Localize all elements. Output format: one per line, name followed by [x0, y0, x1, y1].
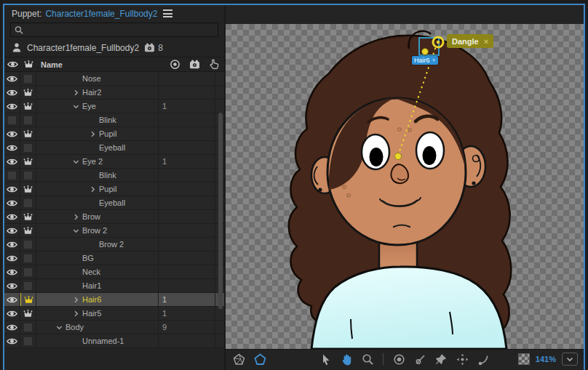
visibility-toggle[interactable] — [4, 141, 20, 154]
select-tool[interactable] — [318, 352, 333, 366]
record-handle-tool[interactable] — [392, 352, 406, 366]
zoom-level-value[interactable]: 141% — [536, 355, 556, 363]
crown-toggle[interactable] — [20, 321, 36, 334]
visibility-toggle[interactable] — [4, 155, 20, 168]
crown-toggle[interactable] — [20, 182, 36, 196]
layer-row[interactable]: BG — [4, 252, 224, 265]
crown-toggle[interactable] — [20, 238, 36, 251]
record-column-icon[interactable] — [170, 59, 180, 70]
visibility-toggle[interactable] — [4, 321, 20, 334]
layer-row[interactable]: Hair1 — [4, 279, 224, 293]
layer-row[interactable]: Neck — [4, 265, 224, 279]
expand-arrow[interactable] — [73, 297, 82, 303]
visibility-toggle[interactable] — [4, 86, 20, 99]
crown-toggle[interactable] — [20, 196, 36, 209]
visibility-toggle[interactable] — [4, 196, 20, 209]
layer-row[interactable]: Brow 2 — [4, 238, 224, 252]
expand-arrow[interactable] — [56, 324, 65, 331]
search-box[interactable] — [10, 23, 218, 37]
visibility-toggle[interactable] — [4, 224, 20, 237]
visibility-toggle[interactable] — [4, 265, 20, 278]
crown-toggle[interactable] — [20, 100, 36, 113]
draggable-tool[interactable] — [455, 352, 469, 366]
layer-row[interactable]: Pupil — [4, 127, 224, 141]
visibility-toggle[interactable] — [4, 210, 20, 223]
expand-arrow[interactable] — [73, 228, 82, 234]
puppet-name-link[interactable]: Character1female_Fullbody2 — [45, 9, 157, 19]
show-mesh-toggle[interactable] — [231, 352, 246, 366]
layer-name-label: Eye — [82, 102, 96, 110]
layer-row[interactable]: Nose — [4, 72, 224, 86]
crown-toggle[interactable] — [20, 155, 36, 168]
crown-toggle[interactable] — [20, 113, 36, 126]
visibility-toggle[interactable] — [4, 238, 20, 251]
visibility-toggle[interactable] — [4, 113, 20, 126]
crown-toggle[interactable] — [20, 293, 36, 306]
layer-row[interactable]: Hair61 — [4, 293, 224, 307]
visibility-toggle[interactable] — [4, 169, 20, 182]
layer-name-label: BG — [82, 254, 94, 262]
layer-row[interactable]: Hair51 — [4, 307, 224, 321]
search-input[interactable] — [23, 25, 214, 34]
crown-toggle[interactable] — [20, 210, 36, 223]
visibility-toggle[interactable] — [4, 307, 20, 320]
expand-arrow[interactable] — [73, 103, 82, 110]
layer-row[interactable]: Brow 2 — [4, 224, 224, 238]
expand-arrow[interactable] — [73, 310, 82, 317]
crown-toggle[interactable] — [20, 279, 36, 292]
stick-tool[interactable] — [413, 352, 427, 366]
puppet-root-row[interactable]: Character1female_Fullbody2 8 — [4, 39, 224, 57]
dangle-tool[interactable] — [476, 352, 490, 366]
crown-toggle[interactable] — [20, 307, 36, 320]
crown-toggle[interactable] — [20, 334, 36, 347]
visibility-toggle[interactable] — [4, 293, 20, 306]
dangle-tag[interactable]: Dangle × — [447, 34, 493, 48]
expand-arrow[interactable] — [73, 158, 82, 165]
left-pupil — [370, 148, 384, 166]
handle-name-chip[interactable]: Hair6 + — [412, 56, 438, 65]
layer-row[interactable]: Blink — [4, 113, 224, 127]
expand-arrow[interactable] — [73, 214, 82, 220]
zoom-tool[interactable] — [360, 352, 375, 366]
layer-row[interactable]: Body9 — [4, 321, 224, 334]
trigger-column-icon[interactable] — [209, 59, 220, 70]
layer-row[interactable]: Eyeball — [4, 141, 224, 155]
expand-arrow[interactable] — [90, 131, 99, 137]
zoom-dropdown-button[interactable] — [562, 353, 578, 366]
hand-tool[interactable] — [339, 352, 354, 366]
crown-toggle[interactable] — [20, 141, 36, 154]
layer-row[interactable]: Blink — [4, 169, 224, 182]
layer-row[interactable]: Brow — [4, 210, 224, 224]
expand-arrow[interactable] — [90, 186, 99, 193]
pin-tool[interactable] — [434, 352, 448, 366]
transparency-grid-toggle[interactable] — [518, 353, 530, 365]
visibility-toggle[interactable] — [4, 182, 20, 196]
crown-toggle[interactable] — [20, 127, 36, 140]
crown-toggle[interactable] — [20, 265, 36, 278]
dangle-tag-label: Dangle — [452, 37, 479, 46]
expand-arrow[interactable] — [73, 89, 82, 96]
crown-toggle[interactable] — [20, 86, 36, 99]
visibility-toggle[interactable] — [4, 100, 20, 113]
layer-row[interactable]: Eye 21 — [4, 155, 224, 169]
crown-toggle[interactable] — [20, 252, 36, 265]
layer-row[interactable]: Eyeball — [4, 196, 224, 210]
dangle-tag-close-icon[interactable]: × — [484, 37, 488, 46]
visibility-toggle[interactable] — [4, 252, 20, 265]
crown-toggle[interactable] — [20, 224, 36, 237]
crown-toggle[interactable] — [20, 169, 36, 182]
visibility-toggle[interactable] — [4, 334, 20, 347]
layer-row[interactable]: Pupil — [4, 182, 224, 196]
layer-row[interactable]: Eye1 — [4, 100, 224, 113]
layer-row[interactable]: Hair2 — [4, 86, 224, 100]
layer-row[interactable]: Unnamed-1 — [4, 334, 224, 348]
visibility-toggle[interactable] — [4, 279, 20, 292]
show-outline-toggle[interactable] — [253, 352, 267, 366]
panel-menu-icon[interactable] — [163, 9, 172, 17]
visibility-toggle[interactable] — [4, 127, 20, 140]
crown-toggle[interactable] — [20, 72, 36, 85]
visibility-toggle[interactable] — [4, 72, 20, 85]
puppet-canvas[interactable]: Dangle × Hair6 + — [226, 24, 584, 349]
tree-scrollbar[interactable] — [218, 113, 223, 309]
camera-column-icon[interactable] — [189, 60, 200, 69]
